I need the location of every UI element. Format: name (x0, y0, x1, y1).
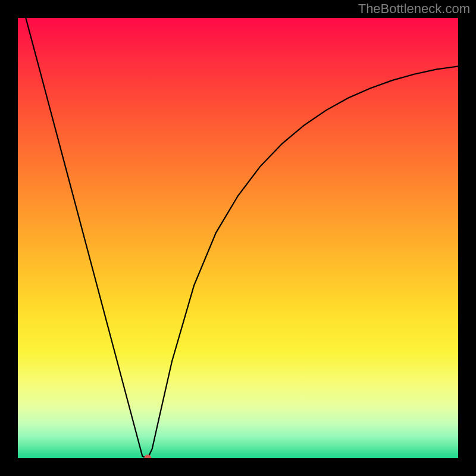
optimal-marker-dot (144, 455, 151, 458)
curve-svg (18, 18, 458, 458)
chart-container: TheBottleneck.com (0, 0, 476, 476)
watermark-text: TheBottleneck.com (358, 1, 470, 17)
plot-area (18, 18, 458, 458)
bottleneck-curve-path (26, 18, 458, 458)
